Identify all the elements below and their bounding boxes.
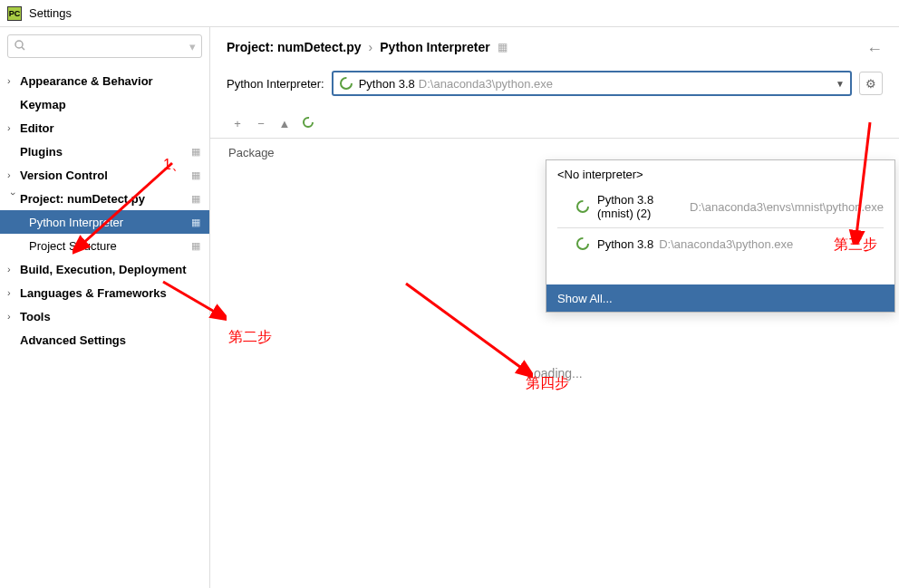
- sidebar-item-keymap[interactable]: Keymap: [0, 92, 209, 116]
- chevron-right-icon: ›: [7, 169, 20, 180]
- sidebar-item-tools[interactable]: ›Tools: [0, 304, 209, 328]
- svg-point-4: [577, 201, 588, 212]
- container: ▾ ›Appearance & Behavior Keymap ›Editor …: [0, 27, 899, 588]
- search-input[interactable]: ▾: [7, 34, 202, 58]
- python-icon: [339, 76, 353, 91]
- refresh-button[interactable]: [297, 112, 319, 134]
- interpreter-dropdown-menu: <No interpreter> Python 3.8 (mnist) (2) …: [546, 159, 895, 313]
- search-wrap: ▾: [0, 27, 209, 65]
- interpreter-dropdown[interactable]: Python 3.8 D:\anaconda3\python.exe ▼: [332, 71, 852, 96]
- sidebar-item-vcs[interactable]: ›Version Control▦: [0, 163, 209, 187]
- chevron-right-icon: ›: [7, 264, 20, 275]
- svg-point-3: [304, 118, 313, 127]
- python-icon: [575, 199, 590, 214]
- sidebar-item-project-structure[interactable]: Project Structure▦: [0, 234, 209, 257]
- sidebar-item-editor[interactable]: ›Editor: [0, 116, 209, 140]
- main-panel: Project: numDetect.py › Python Interpret…: [210, 27, 899, 588]
- add-package-button[interactable]: +: [227, 112, 248, 134]
- chevron-right-icon: ›: [7, 75, 20, 86]
- refresh-icon: [302, 116, 314, 131]
- package-toolbar: + − ▲: [210, 107, 899, 134]
- project-marker-icon: ▦: [191, 146, 200, 158]
- dropdown-divider: [557, 227, 884, 228]
- interpreter-name: Python 3.8: [359, 77, 415, 91]
- sidebar-item-project[interactable]: ›Project: numDetect.py▦: [0, 187, 209, 210]
- breadcrumb-interpreter: Python Interpreter: [380, 40, 489, 54]
- sidebar-item-build[interactable]: ›Build, Execution, Deployment: [0, 257, 209, 281]
- app-icon: PC: [7, 6, 22, 21]
- upgrade-package-button[interactable]: ▲: [274, 112, 295, 134]
- sidebar-item-advanced[interactable]: Advanced Settings: [0, 328, 209, 352]
- chevron-right-icon: ›: [7, 311, 20, 322]
- svg-point-0: [15, 41, 23, 48]
- project-marker-icon: ▦: [191, 217, 200, 228]
- dropdown-caret-icon: ▼: [836, 79, 845, 89]
- dropdown-show-all[interactable]: Show All...: [546, 284, 894, 312]
- project-marker-icon: ▦: [191, 169, 200, 181]
- sidebar-item-python-interpreter[interactable]: Python Interpreter▦: [0, 210, 209, 234]
- python-icon: [575, 236, 590, 251]
- breadcrumb: Project: numDetect.py › Python Interpret…: [210, 27, 899, 65]
- window-title: Settings: [29, 6, 72, 20]
- settings-tree: ›Appearance & Behavior Keymap ›Editor Pl…: [0, 65, 209, 588]
- breadcrumb-separator: ›: [369, 40, 373, 54]
- dropdown-option-mnist[interactable]: Python 3.8 (mnist) (2) D:\anaconda3\envs…: [546, 188, 894, 226]
- interpreter-settings-button[interactable]: ⚙: [859, 72, 883, 95]
- sidebar-item-languages[interactable]: ›Languages & Frameworks: [0, 281, 209, 304]
- search-icon: [14, 39, 26, 54]
- dropdown-option-base[interactable]: Python 3.8 D:\anaconda3\python.exe: [546, 230, 894, 257]
- titlebar: PC Settings: [0, 0, 899, 27]
- interpreter-label: Python Interpreter:: [227, 77, 324, 91]
- svg-point-5: [577, 238, 588, 249]
- breadcrumb-project[interactable]: Project: numDetect.py: [227, 40, 362, 54]
- sidebar-item-appearance[interactable]: ›Appearance & Behavior: [0, 69, 209, 92]
- chevron-right-icon: ›: [7, 287, 20, 298]
- project-marker-icon: ▦: [498, 41, 508, 53]
- interpreter-path: D:\anaconda3\python.exe: [419, 77, 553, 91]
- project-marker-icon: ▦: [191, 193, 200, 205]
- chevron-down-icon: ›: [8, 192, 19, 205]
- svg-point-2: [341, 78, 352, 89]
- interpreter-row: Python Interpreter: Python 3.8 D:\anacon…: [210, 65, 899, 101]
- chevron-right-icon: ›: [7, 122, 20, 133]
- dropdown-no-interpreter[interactable]: <No interpreter>: [546, 160, 894, 188]
- sidebar-item-plugins[interactable]: Plugins▦: [0, 140, 209, 163]
- back-button[interactable]: ←: [866, 40, 883, 59]
- sidebar: ▾ ›Appearance & Behavior Keymap ›Editor …: [0, 27, 210, 588]
- remove-package-button[interactable]: −: [250, 112, 272, 134]
- svg-line-1: [22, 47, 24, 50]
- gear-icon: ⚙: [865, 77, 876, 91]
- loading-text: Loading...: [210, 366, 899, 381]
- project-marker-icon: ▦: [191, 240, 200, 252]
